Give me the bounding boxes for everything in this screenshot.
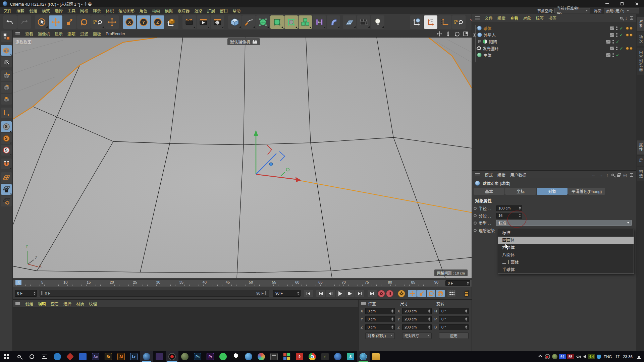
tag-icon[interactable] <box>630 47 633 50</box>
menu-item[interactable]: 体积 <box>106 8 114 13</box>
om-menu-bookmarks[interactable]: 书签 <box>548 15 556 21</box>
pos-y-field[interactable]: 0 cm <box>365 316 395 322</box>
world-coordinates-button[interactable] <box>410 15 423 29</box>
om-updown-icon[interactable]: ↕ <box>625 16 628 21</box>
viewport-menu-options[interactable]: 选项 <box>67 31 75 37</box>
history-back-icon[interactable]: ← <box>591 173 596 178</box>
dock-tab-construction[interactable]: 构造 <box>637 167 644 181</box>
dock-tab-attributes[interactable]: 属性 <box>637 140 644 155</box>
tray-expand-icon[interactable] <box>538 355 542 358</box>
menu-item[interactable]: 窗口 <box>220 8 228 13</box>
ffd-cage-button[interactable] <box>284 15 298 29</box>
subdivision-surface-button[interactable] <box>270 15 284 29</box>
menu-item[interactable]: 创建 <box>29 8 37 13</box>
app-file-explorer[interactable] <box>370 351 382 362</box>
visibility-dots-icon[interactable] <box>612 53 614 57</box>
menu-item[interactable]: 渲染 <box>194 8 202 13</box>
om-menu-tags[interactable]: 标签 <box>536 15 544 21</box>
viewport-canvas[interactable]: 透视视图 默认摄像机 网格间距 : 10 cm Y Z X <box>13 38 472 278</box>
magnet-tool-button[interactable] <box>1 159 12 169</box>
menu-item[interactable]: 运动图形 <box>118 8 135 13</box>
snap-settings-button[interactable]: S <box>1 133 12 144</box>
app-chrome[interactable] <box>306 351 319 362</box>
object-row-body[interactable]: 主体 ✓ <box>472 52 636 58</box>
material-menu-texture[interactable]: 纹理 <box>89 301 97 306</box>
menu-item[interactable]: 扩展 <box>207 8 215 13</box>
key-rotation-toggle[interactable] <box>427 290 435 297</box>
object-axis-mode-button[interactable] <box>1 108 12 118</box>
menu-item[interactable]: 模式 <box>42 8 50 13</box>
app-sphere-globe[interactable] <box>178 351 191 362</box>
cortana-button[interactable] <box>25 351 38 362</box>
render-to-picture-viewer-button[interactable] <box>197 15 210 29</box>
object-coordinates-button[interactable] <box>424 15 437 29</box>
psr-snap-button[interactable]: PSR <box>452 15 466 29</box>
material-menu-create[interactable]: 创建 <box>25 301 33 306</box>
coords-mode-dropdown[interactable]: 对象 (相对) <box>365 333 395 339</box>
polygons-mode-button[interactable] <box>1 94 12 105</box>
goto-start-button[interactable] <box>304 290 313 297</box>
spinner-icon[interactable] <box>34 292 36 295</box>
next-key-button[interactable] <box>355 290 364 297</box>
keyframe-ring-icon[interactable] <box>474 229 477 232</box>
layer-toggle-icon[interactable] <box>610 26 614 30</box>
undo-button[interactable] <box>3 15 17 29</box>
am-menu-userdata[interactable]: 用户数据 <box>510 172 526 178</box>
menu-item[interactable]: 选择 <box>55 8 63 13</box>
workplane-grid-button[interactable] <box>1 172 12 183</box>
viewport-menu-filter[interactable]: 过滤 <box>80 31 88 37</box>
app-wechat[interactable] <box>217 351 229 362</box>
workplane-button[interactable] <box>438 15 451 29</box>
edges-mode-button[interactable] <box>1 82 12 93</box>
material-list-empty[interactable] <box>13 308 358 351</box>
menu-item[interactable]: 模拟 <box>165 8 173 13</box>
viewport-menu-panel[interactable]: 面板 <box>93 31 101 37</box>
attribute-menu-icon[interactable] <box>475 173 480 176</box>
quantize-snap-button[interactable]: S <box>1 145 12 156</box>
play-button[interactable] <box>336 290 345 297</box>
am-menu-edit[interactable]: 编辑 <box>497 172 505 178</box>
app-bridge[interactable]: Br <box>102 351 115 362</box>
expand-icon[interactable] <box>478 40 481 43</box>
defender-shield-icon[interactable] <box>597 355 601 359</box>
generators-sphere-cage-button[interactable] <box>256 15 270 29</box>
record-keyframe-button[interactable] <box>378 290 385 297</box>
om-menu-object[interactable]: 对象 <box>523 15 531 21</box>
object-name[interactable]: 主体 <box>483 52 491 58</box>
size-z-field[interactable]: 200 cm <box>402 324 432 330</box>
app-circles[interactable] <box>255 351 268 362</box>
tray-badge-red[interactable]: 55 <box>567 354 574 359</box>
app-tiles[interactable] <box>280 351 293 362</box>
object-name[interactable]: 外星人 <box>484 32 496 38</box>
app-after-effects[interactable]: Ae <box>89 351 102 362</box>
option-hemisphere[interactable]: 半球体 <box>498 266 634 274</box>
ruler-frame-field[interactable]: 0 F <box>445 280 470 286</box>
layer-toggle-icon[interactable] <box>610 47 614 50</box>
phong-tag-icon[interactable] <box>626 27 629 30</box>
tab-coordinates[interactable]: 坐标 <box>505 188 536 195</box>
option-icosahedron[interactable]: 二十面体 <box>498 259 634 266</box>
orbit-view-icon[interactable] <box>454 31 460 37</box>
move-tool-button[interactable] <box>49 15 62 29</box>
size-x-field[interactable]: 200 cm <box>402 308 432 314</box>
menu-item[interactable]: 文件 <box>4 8 12 13</box>
render-view-button[interactable] <box>182 15 196 29</box>
interface-dropdown[interactable]: 启动 (用户) <box>604 8 639 13</box>
range-end-grip[interactable] <box>265 291 267 295</box>
add-spline-pen-button[interactable] <box>242 15 256 29</box>
app-photoshop[interactable]: Ps <box>191 351 204 362</box>
material-menu-edit[interactable]: 编辑 <box>38 301 46 306</box>
app-cinema4d-active[interactable] <box>140 351 153 362</box>
object-manager-menu-icon[interactable] <box>475 16 480 19</box>
layer-toggle-icon[interactable] <box>606 40 610 44</box>
history-forward-icon[interactable]: → <box>599 173 603 178</box>
prev-key-button[interactable] <box>316 290 325 297</box>
align-workplane-button[interactable] <box>1 196 12 206</box>
viewport-menu-view[interactable]: 查看 <box>25 31 33 37</box>
menu-item[interactable]: 跟踪器 <box>177 8 190 13</box>
visibility-dots-icon[interactable] <box>612 40 614 44</box>
task-view-button[interactable] <box>38 351 51 362</box>
keyframe-ring-icon[interactable] <box>474 222 477 225</box>
tab-phong[interactable]: 平滑着色(Phong) <box>568 188 605 195</box>
option-hexahedron[interactable]: 六面体 <box>498 244 634 251</box>
